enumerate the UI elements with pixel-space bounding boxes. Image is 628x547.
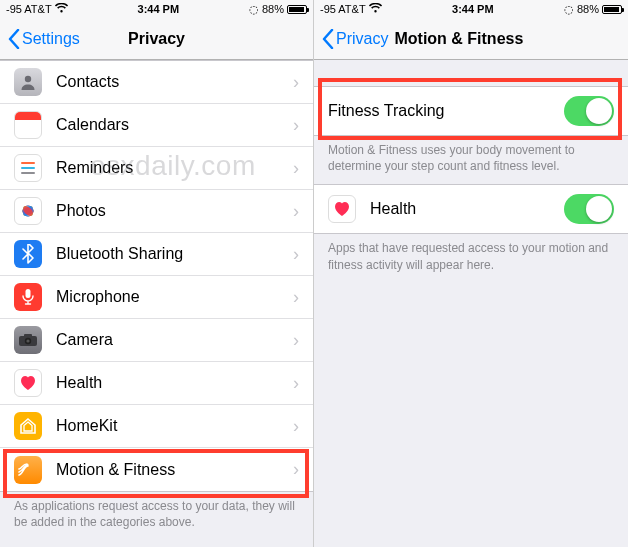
row-health[interactable]: Health › [0, 362, 313, 405]
chevron-right-icon: › [293, 72, 299, 93]
calendars-icon [14, 111, 42, 139]
camera-icon [14, 326, 42, 354]
chevron-right-icon: › [293, 244, 299, 265]
back-label: Settings [22, 30, 80, 48]
reminders-icon [14, 154, 42, 182]
back-label: Privacy [336, 30, 388, 48]
fitness-group: Fitness Tracking [314, 86, 628, 136]
page-title: Motion & Fitness [394, 30, 523, 48]
list-footer: As applications request access to your d… [0, 492, 313, 540]
chevron-left-icon [8, 29, 20, 49]
row-label: Photos [56, 202, 293, 220]
battery-pct: 88% [262, 3, 284, 15]
carrier-text: -95 AT&T [6, 3, 52, 15]
row-motion-fitness[interactable]: Motion & Fitness › [0, 448, 313, 491]
row-label: Microphone [56, 288, 293, 306]
row-label: Fitness Tracking [328, 102, 564, 120]
status-time: 3:44 PM [452, 3, 494, 15]
battery-icon [602, 5, 622, 14]
row-contacts[interactable]: Contacts › [0, 61, 313, 104]
nav-bar: Privacy Motion & Fitness [314, 18, 628, 60]
row-calendars[interactable]: Calendars › [0, 104, 313, 147]
chevron-right-icon: › [293, 287, 299, 308]
status-time: 3:44 PM [138, 3, 180, 15]
back-button[interactable]: Settings [8, 29, 80, 49]
row-label: Health [56, 374, 293, 392]
microphone-icon [14, 283, 42, 311]
row-label: Motion & Fitness [56, 461, 293, 479]
fitness-footer: Motion & Fitness uses your body movement… [314, 136, 628, 184]
chevron-right-icon: › [293, 373, 299, 394]
row-homekit[interactable]: HomeKit › [0, 405, 313, 448]
battery-icon [287, 5, 307, 14]
chevron-right-icon: › [293, 416, 299, 437]
row-label: HomeKit [56, 417, 293, 435]
chevron-right-icon: › [293, 158, 299, 179]
row-label: Reminders [56, 159, 293, 177]
loading-icon: ◌ [564, 3, 574, 16]
chevron-left-icon [322, 29, 334, 49]
chevron-right-icon: › [293, 201, 299, 222]
apps-footer: Apps that have requested access to your … [314, 234, 628, 282]
row-bluetooth[interactable]: Bluetooth Sharing › [0, 233, 313, 276]
svg-point-0 [25, 76, 31, 82]
row-health-app[interactable]: Health [314, 185, 628, 233]
row-label: Bluetooth Sharing [56, 245, 293, 263]
row-microphone[interactable]: Microphone › [0, 276, 313, 319]
page-title: Privacy [128, 30, 185, 48]
chevron-right-icon: › [293, 459, 299, 480]
homekit-icon [14, 412, 42, 440]
left-phone: -95 AT&T 3:44 PM ◌ 88% Settings Privacy [0, 0, 314, 547]
svg-rect-9 [26, 289, 31, 298]
fitness-tracking-toggle[interactable] [564, 96, 614, 126]
chevron-right-icon: › [293, 115, 299, 136]
battery-pct: 88% [577, 3, 599, 15]
wifi-icon [55, 3, 68, 15]
privacy-list: Contacts › Calendars › Reminders › [0, 60, 313, 547]
privacy-group: Contacts › Calendars › Reminders › [0, 60, 313, 492]
motion-fitness-list: Fitness Tracking Motion & Fitness uses y… [314, 60, 628, 547]
right-phone: -95 AT&T 3:44 PM ◌ 88% Privacy Motion & … [314, 0, 628, 547]
row-label: Calendars [56, 116, 293, 134]
row-label: Health [370, 200, 564, 218]
row-label: Contacts [56, 73, 293, 91]
row-photos[interactable]: Photos › [0, 190, 313, 233]
row-camera[interactable]: Camera › [0, 319, 313, 362]
wifi-icon [369, 3, 382, 15]
contacts-icon [14, 68, 42, 96]
motion-fitness-icon [14, 456, 42, 484]
status-bar: -95 AT&T 3:44 PM ◌ 88% [0, 0, 313, 18]
health-toggle[interactable] [564, 194, 614, 224]
health-icon [14, 369, 42, 397]
row-fitness-tracking[interactable]: Fitness Tracking [314, 87, 628, 135]
photos-icon [14, 197, 42, 225]
chevron-right-icon: › [293, 330, 299, 351]
back-button[interactable]: Privacy [322, 29, 388, 49]
svg-point-13 [26, 339, 29, 342]
nav-bar: Settings Privacy [0, 18, 313, 60]
apps-group: Health [314, 184, 628, 234]
bluetooth-icon [14, 240, 42, 268]
health-icon [328, 195, 356, 223]
row-label: Camera [56, 331, 293, 349]
status-bar: -95 AT&T 3:44 PM ◌ 88% [314, 0, 628, 18]
row-reminders[interactable]: Reminders › [0, 147, 313, 190]
carrier-text: -95 AT&T [320, 3, 366, 15]
svg-rect-11 [24, 334, 32, 337]
loading-icon: ◌ [249, 3, 259, 16]
